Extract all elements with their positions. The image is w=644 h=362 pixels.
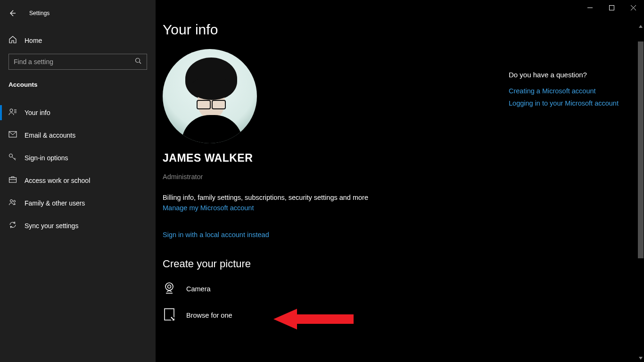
sidebar-item-label: Sync your settings [25, 222, 78, 230]
key-icon [8, 153, 17, 163]
svg-point-15 [10, 200, 13, 202]
svg-marker-24 [639, 25, 643, 28]
window-controls [579, 0, 644, 15]
svg-point-19 [165, 283, 173, 290]
sidebar-item-label: Access work or school [25, 177, 90, 184]
manage-account-link[interactable]: Manage my Microsoft account [163, 204, 254, 212]
sidebar-item-your-info[interactable]: Your info [0, 101, 156, 124]
sidebar-item-family-other-users[interactable]: Family & other users [0, 192, 156, 214]
scroll-up-icon[interactable] [637, 23, 644, 30]
svg-point-7 [10, 109, 13, 112]
user-name: JAMES WALKER [163, 152, 637, 165]
app-title: Settings [29, 10, 50, 16]
main-content: Your info JAMES WALKER Administrator Bil… [163, 22, 637, 362]
sidebar-item-label: Your info [25, 109, 50, 116]
user-icon [8, 107, 17, 118]
search-box[interactable] [8, 54, 147, 70]
svg-point-16 [14, 200, 16, 202]
camera-option[interactable]: Camera [163, 281, 637, 296]
back-button[interactable] [8, 9, 16, 17]
sidebar-item-email-accounts[interactable]: Email & accounts [0, 124, 156, 147]
minimize-button[interactable] [579, 0, 601, 15]
search-icon [135, 58, 142, 66]
briefcase-icon [8, 175, 17, 186]
svg-point-12 [9, 154, 13, 157]
billing-info-text: Billing info, family settings, subscript… [163, 194, 637, 201]
scroll-down-icon[interactable] [637, 354, 644, 362]
sidebar-item-signin-options[interactable]: Sign-in options [0, 147, 156, 169]
camera-icon [163, 281, 176, 296]
page-title: Your info [163, 22, 637, 38]
camera-option-label: Camera [186, 285, 211, 293]
people-icon [8, 198, 17, 208]
sidebar-nav: Your info Email & accounts Sign-in optio… [0, 101, 156, 237]
sidebar-item-label: Email & accounts [25, 132, 75, 139]
sidebar-item-label: Family & other users [25, 199, 85, 207]
home-label: Home [25, 37, 42, 44]
close-button[interactable] [622, 0, 644, 15]
search-input[interactable] [14, 58, 135, 66]
svg-marker-25 [639, 357, 643, 360]
create-picture-heading: Create your picture [163, 258, 637, 270]
help-link-login-account[interactable]: Logging in to your Microsoft account [509, 99, 627, 107]
local-account-link[interactable]: Sign in with a local account instead [163, 231, 269, 239]
sidebar-item-label: Sign-in options [25, 154, 68, 162]
sync-icon [8, 221, 17, 231]
scrollbar[interactable] [637, 23, 644, 362]
section-accounts: Accounts [0, 81, 156, 88]
help-heading: Do you have a question? [509, 71, 627, 79]
mail-icon [8, 130, 17, 140]
sidebar: Settings Home Accounts Your info Email &… [0, 0, 156, 362]
browse-icon [163, 308, 176, 323]
home-nav[interactable]: Home [0, 31, 156, 50]
svg-line-6 [140, 62, 141, 64]
help-panel: Do you have a question? Creating a Micro… [509, 71, 627, 112]
svg-point-5 [136, 58, 140, 62]
sidebar-item-sync-settings[interactable]: Sync your settings [0, 214, 156, 237]
home-icon [8, 35, 17, 46]
svg-point-20 [168, 285, 171, 288]
maximize-button[interactable] [601, 0, 622, 15]
user-role: Administrator [163, 173, 637, 181]
help-link-create-account[interactable]: Creating a Microsoft account [509, 87, 627, 95]
browse-option-label: Browse for one [186, 312, 232, 319]
svg-rect-1 [609, 5, 614, 10]
browse-option[interactable]: Browse for one [163, 308, 637, 323]
scroll-thumb[interactable] [638, 41, 644, 258]
svg-rect-13 [9, 178, 17, 182]
avatar [163, 49, 257, 143]
sidebar-item-access-work-school[interactable]: Access work or school [0, 169, 156, 192]
